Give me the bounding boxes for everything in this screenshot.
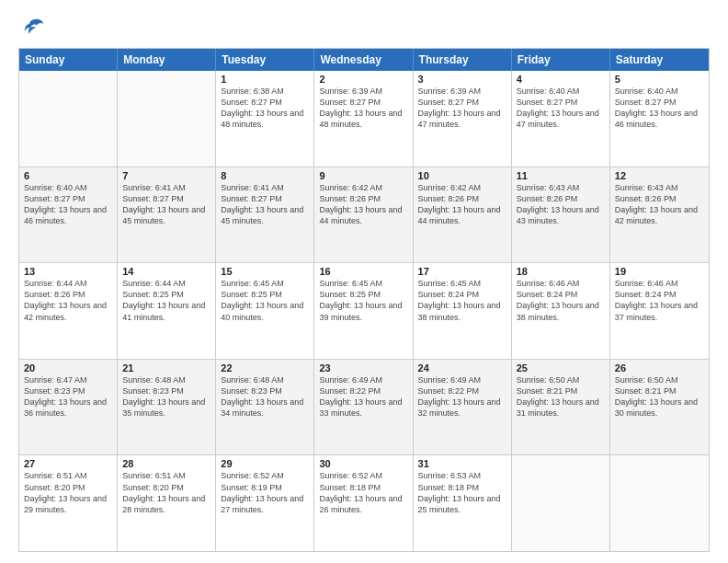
day-number: 20 xyxy=(24,362,112,373)
day-number: 4 xyxy=(517,74,605,85)
day-info: Sunrise: 6:43 AMSunset: 8:26 PMDaylight:… xyxy=(517,182,605,227)
calendar-cell xyxy=(19,71,118,167)
calendar-header-cell: Saturday xyxy=(610,49,709,71)
day-number: 24 xyxy=(418,362,506,373)
day-number: 28 xyxy=(122,458,210,469)
calendar-row: 27Sunrise: 6:51 AMSunset: 8:20 PMDayligh… xyxy=(19,454,709,551)
day-info: Sunrise: 6:39 AMSunset: 8:27 PMDaylight:… xyxy=(319,86,407,131)
day-number: 9 xyxy=(319,170,407,181)
day-info: Sunrise: 6:45 AMSunset: 8:25 PMDaylight:… xyxy=(319,278,407,323)
calendar-cell: 28Sunrise: 6:51 AMSunset: 8:20 PMDayligh… xyxy=(118,455,216,551)
calendar-cell: 8Sunrise: 6:41 AMSunset: 8:27 PMDaylight… xyxy=(216,167,314,263)
day-number: 15 xyxy=(221,266,309,277)
day-info: Sunrise: 6:52 AMSunset: 8:18 PMDaylight:… xyxy=(319,470,407,515)
calendar-header: SundayMondayTuesdayWednesdayThursdayFrid… xyxy=(19,49,709,71)
calendar-cell: 19Sunrise: 6:46 AMSunset: 8:24 PMDayligh… xyxy=(610,263,709,359)
logo xyxy=(18,15,46,40)
day-number: 23 xyxy=(319,362,407,373)
calendar-header-cell: Thursday xyxy=(414,49,512,71)
day-number: 2 xyxy=(319,74,407,85)
calendar-cell: 24Sunrise: 6:49 AMSunset: 8:22 PMDayligh… xyxy=(414,360,512,455)
calendar-header-cell: Tuesday xyxy=(216,49,314,71)
day-info: Sunrise: 6:47 AMSunset: 8:23 PMDaylight:… xyxy=(24,374,112,419)
header xyxy=(18,15,710,40)
day-number: 26 xyxy=(615,362,704,373)
calendar-cell: 13Sunrise: 6:44 AMSunset: 8:26 PMDayligh… xyxy=(19,263,118,359)
calendar-cell: 3Sunrise: 6:39 AMSunset: 8:27 PMDaylight… xyxy=(414,71,512,167)
day-info: Sunrise: 6:53 AMSunset: 8:18 PMDaylight:… xyxy=(418,470,506,515)
calendar-cell: 9Sunrise: 6:42 AMSunset: 8:26 PMDaylight… xyxy=(314,167,413,263)
day-info: Sunrise: 6:44 AMSunset: 8:25 PMDaylight:… xyxy=(122,278,210,323)
day-info: Sunrise: 6:46 AMSunset: 8:24 PMDaylight:… xyxy=(517,278,605,323)
calendar-row: 13Sunrise: 6:44 AMSunset: 8:26 PMDayligh… xyxy=(19,262,709,359)
day-info: Sunrise: 6:40 AMSunset: 8:27 PMDaylight:… xyxy=(517,86,605,131)
day-number: 22 xyxy=(221,362,309,373)
calendar-cell: 10Sunrise: 6:42 AMSunset: 8:26 PMDayligh… xyxy=(414,167,512,263)
calendar-cell: 14Sunrise: 6:44 AMSunset: 8:25 PMDayligh… xyxy=(118,263,216,359)
calendar-cell: 21Sunrise: 6:48 AMSunset: 8:23 PMDayligh… xyxy=(118,360,216,455)
calendar-cell xyxy=(512,455,610,551)
calendar: SundayMondayTuesdayWednesdayThursdayFrid… xyxy=(18,48,710,552)
day-info: Sunrise: 6:38 AMSunset: 8:27 PMDaylight:… xyxy=(221,86,309,131)
day-info: Sunrise: 6:40 AMSunset: 8:27 PMDaylight:… xyxy=(615,86,704,131)
day-number: 14 xyxy=(122,266,210,277)
day-info: Sunrise: 6:45 AMSunset: 8:25 PMDaylight:… xyxy=(221,278,309,323)
day-number: 7 xyxy=(122,170,210,181)
calendar-row: 20Sunrise: 6:47 AMSunset: 8:23 PMDayligh… xyxy=(19,359,709,455)
day-info: Sunrise: 6:52 AMSunset: 8:19 PMDaylight:… xyxy=(221,470,309,515)
calendar-cell: 23Sunrise: 6:49 AMSunset: 8:22 PMDayligh… xyxy=(314,360,413,455)
day-number: 12 xyxy=(615,170,704,181)
calendar-header-cell: Wednesday xyxy=(314,49,413,71)
calendar-cell: 17Sunrise: 6:45 AMSunset: 8:24 PMDayligh… xyxy=(414,263,512,359)
day-number: 25 xyxy=(517,362,605,373)
day-number: 5 xyxy=(615,74,704,85)
calendar-cell: 29Sunrise: 6:52 AMSunset: 8:19 PMDayligh… xyxy=(216,455,314,551)
calendar-header-cell: Monday xyxy=(118,49,216,71)
calendar-header-cell: Sunday xyxy=(19,49,118,71)
calendar-cell xyxy=(118,71,216,167)
page: SundayMondayTuesdayWednesdayThursdayFrid… xyxy=(0,0,728,563)
calendar-cell: 26Sunrise: 6:50 AMSunset: 8:21 PMDayligh… xyxy=(610,360,709,455)
calendar-cell: 20Sunrise: 6:47 AMSunset: 8:23 PMDayligh… xyxy=(19,360,118,455)
calendar-cell: 25Sunrise: 6:50 AMSunset: 8:21 PMDayligh… xyxy=(512,360,610,455)
calendar-cell: 31Sunrise: 6:53 AMSunset: 8:18 PMDayligh… xyxy=(414,455,512,551)
day-info: Sunrise: 6:50 AMSunset: 8:21 PMDaylight:… xyxy=(615,374,704,419)
day-number: 19 xyxy=(615,266,704,277)
day-number: 18 xyxy=(517,266,605,277)
day-number: 11 xyxy=(517,170,605,181)
day-info: Sunrise: 6:41 AMSunset: 8:27 PMDaylight:… xyxy=(221,182,309,227)
calendar-cell: 30Sunrise: 6:52 AMSunset: 8:18 PMDayligh… xyxy=(314,455,413,551)
day-number: 6 xyxy=(24,170,112,181)
day-info: Sunrise: 6:44 AMSunset: 8:26 PMDaylight:… xyxy=(24,278,112,323)
day-info: Sunrise: 6:41 AMSunset: 8:27 PMDaylight:… xyxy=(122,182,210,227)
day-info: Sunrise: 6:50 AMSunset: 8:21 PMDaylight:… xyxy=(517,374,605,419)
day-number: 16 xyxy=(319,266,407,277)
calendar-cell: 4Sunrise: 6:40 AMSunset: 8:27 PMDaylight… xyxy=(512,71,610,167)
day-number: 27 xyxy=(24,458,112,469)
calendar-cell xyxy=(610,455,709,551)
day-info: Sunrise: 6:42 AMSunset: 8:26 PMDaylight:… xyxy=(418,182,506,227)
calendar-cell: 11Sunrise: 6:43 AMSunset: 8:26 PMDayligh… xyxy=(512,167,610,263)
day-number: 1 xyxy=(221,74,309,85)
day-number: 10 xyxy=(418,170,506,181)
calendar-cell: 1Sunrise: 6:38 AMSunset: 8:27 PMDaylight… xyxy=(216,71,314,167)
calendar-row: 6Sunrise: 6:40 AMSunset: 8:27 PMDaylight… xyxy=(19,167,709,263)
calendar-cell: 2Sunrise: 6:39 AMSunset: 8:27 PMDaylight… xyxy=(314,71,413,167)
day-number: 8 xyxy=(221,170,309,181)
calendar-header-cell: Friday xyxy=(512,49,610,71)
day-info: Sunrise: 6:51 AMSunset: 8:20 PMDaylight:… xyxy=(122,470,210,515)
day-info: Sunrise: 6:49 AMSunset: 8:22 PMDaylight:… xyxy=(418,374,506,419)
day-number: 29 xyxy=(221,458,309,469)
day-info: Sunrise: 6:43 AMSunset: 8:26 PMDaylight:… xyxy=(615,182,704,227)
day-info: Sunrise: 6:48 AMSunset: 8:23 PMDaylight:… xyxy=(122,374,210,419)
calendar-cell: 22Sunrise: 6:48 AMSunset: 8:23 PMDayligh… xyxy=(216,360,314,455)
calendar-cell: 12Sunrise: 6:43 AMSunset: 8:26 PMDayligh… xyxy=(610,167,709,263)
day-number: 21 xyxy=(122,362,210,373)
calendar-cell: 6Sunrise: 6:40 AMSunset: 8:27 PMDaylight… xyxy=(19,167,118,263)
calendar-cell: 27Sunrise: 6:51 AMSunset: 8:20 PMDayligh… xyxy=(19,455,118,551)
logo-bird-icon xyxy=(20,15,46,40)
day-info: Sunrise: 6:45 AMSunset: 8:24 PMDaylight:… xyxy=(418,278,506,323)
calendar-cell: 16Sunrise: 6:45 AMSunset: 8:25 PMDayligh… xyxy=(314,263,413,359)
calendar-row: 1Sunrise: 6:38 AMSunset: 8:27 PMDaylight… xyxy=(19,71,709,167)
day-number: 3 xyxy=(418,74,506,85)
